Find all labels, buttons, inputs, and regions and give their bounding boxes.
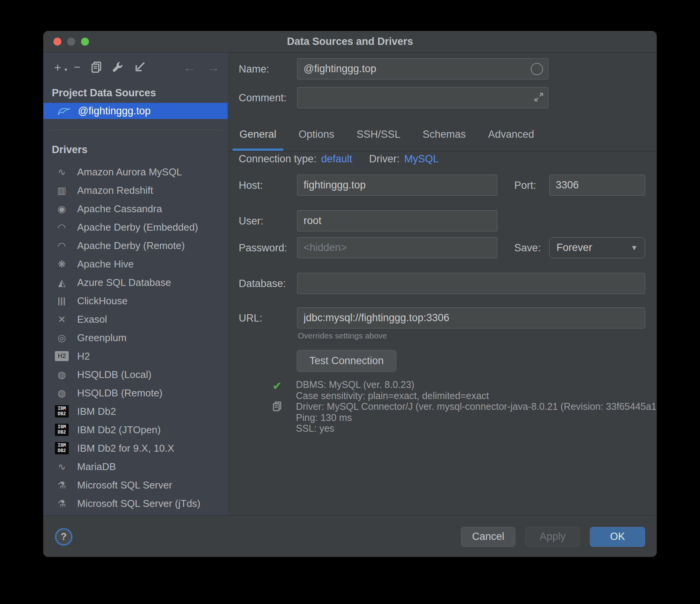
port-input[interactable] — [549, 175, 645, 196]
dropdown-arrow-icon: ▼ — [631, 244, 638, 252]
driver-item[interactable]: ◠Apache Derby (Embedded) — [43, 218, 228, 236]
refresh-spinner-icon — [531, 63, 543, 75]
minimize-window-button[interactable] — [67, 38, 75, 46]
database-input[interactable] — [297, 273, 645, 294]
driver-item[interactable]: IBMDB2IBM Db2 for 9.X, 10.X — [43, 439, 228, 457]
url-input[interactable] — [297, 307, 645, 328]
ibm-db2-badge-icon: IBMDB2 — [55, 424, 69, 436]
duplicate-button[interactable] — [91, 61, 102, 73]
result-line: Case sensitivity: plain=exact, delimited… — [296, 390, 657, 401]
tab-general[interactable]: General — [239, 129, 277, 140]
back-arrow-button[interactable]: ← — [183, 61, 196, 74]
data-source-label: @fightinggg.top — [78, 105, 151, 117]
copy-result-icon[interactable] — [271, 401, 283, 413]
tab-options[interactable]: Options — [298, 129, 335, 140]
user-label: User: — [239, 215, 264, 227]
driver-item[interactable]: ◉Apache Cassandra — [43, 200, 228, 218]
driver-item[interactable]: ▴MongoDB — [43, 513, 228, 515]
mssql-icon: ⚗ — [55, 498, 69, 508]
drivers-list: ∿Amazon Aurora MySQL▥Amazon Redshift◉Apa… — [43, 163, 228, 515]
sidebar: ＋▾ − — [43, 53, 228, 515]
remove-data-source-button[interactable]: − — [74, 61, 81, 73]
chevron-down-icon: ▾ — [64, 64, 67, 75]
result-line: DBMS: MySQL (ver. 8.0.23) — [296, 379, 657, 390]
h2-badge-icon: H2 — [55, 351, 69, 361]
title-bar: Data Sources and Drivers — [43, 31, 657, 53]
cancel-button[interactable]: Cancel — [461, 527, 515, 547]
driver-item[interactable]: ∿MariaDB — [43, 457, 228, 476]
driver-link[interactable]: MySQL — [404, 153, 439, 165]
connection-type-link[interactable]: default — [321, 153, 352, 165]
dialog-footer: ? Cancel Apply OK — [43, 515, 657, 557]
driver-item-label: Azure SQL Database — [77, 277, 171, 289]
driver-item[interactable]: ◍HSQLDB (Local) — [43, 365, 228, 384]
driver-item-label: HSQLDB (Remote) — [77, 387, 163, 399]
driver-item[interactable]: ▥Amazon Redshift — [43, 181, 228, 200]
driver-item[interactable]: H2H2 — [43, 347, 228, 365]
driver-properties-button[interactable] — [112, 61, 124, 73]
driver-item[interactable]: ∿Amazon Aurora MySQL — [43, 163, 228, 181]
driver-item-label: Amazon Aurora MySQL — [77, 166, 182, 178]
save-dropdown[interactable]: Forever ▼ — [549, 237, 645, 258]
connection-type-row: Connection type: default Driver: MySQL — [239, 153, 439, 165]
test-connection-button[interactable]: Test Connection — [297, 350, 396, 372]
ok-button[interactable]: OK — [590, 527, 645, 547]
expand-icon[interactable] — [534, 92, 544, 102]
result-line: Ping: 130 ms — [296, 412, 657, 423]
import-from-sources-button[interactable] — [134, 61, 145, 73]
driver-item[interactable]: ✕Exasol — [43, 310, 228, 328]
host-label: Host: — [239, 180, 263, 191]
driver-item[interactable]: ◍HSQLDB (Remote) — [43, 384, 228, 402]
hive-bee-icon: ❋ — [55, 259, 69, 269]
driver-item-label: IBM Db2 — [77, 406, 116, 418]
hsqldb-icon: ◍ — [55, 370, 69, 380]
success-check-icon: ✔ — [271, 379, 283, 393]
comment-input[interactable] — [297, 87, 548, 108]
driver-item[interactable]: IBMDB2IBM Db2 (JTOpen) — [43, 421, 228, 439]
save-label: Save: — [514, 242, 541, 254]
name-input[interactable] — [297, 58, 548, 79]
driver-item[interactable]: ◭Azure SQL Database — [43, 273, 228, 292]
redshift-icon: ▥ — [55, 185, 69, 195]
drivers-header: Drivers — [52, 144, 228, 156]
apply-button[interactable]: Apply — [525, 527, 580, 547]
host-input[interactable] — [297, 175, 497, 196]
database-label: Database: — [239, 278, 286, 290]
connection-settings-panel: Name: Comment: GeneralOptionsSSH/SSLSche… — [228, 53, 657, 515]
help-button[interactable]: ? — [55, 528, 73, 546]
history-nav: ← → — [183, 61, 220, 74]
password-label: Password: — [239, 242, 287, 254]
close-window-button[interactable] — [53, 38, 61, 46]
mysql-dolphin-outline-icon: ∿ — [55, 167, 69, 177]
driver-item-label: IBM Db2 for 9.X, 10.X — [77, 442, 174, 454]
window-controls — [53, 31, 89, 52]
driver-item[interactable]: ⚗Microsoft SQL Server — [43, 476, 228, 494]
settings-tabs: GeneralOptionsSSH/SSLSchemasAdvanced — [239, 129, 535, 140]
driver-item-label: Exasol — [77, 314, 107, 325]
window-title: Data Sources and Drivers — [43, 36, 657, 48]
driver-item[interactable]: ❋Apache Hive — [43, 255, 228, 273]
save-dropdown-value: Forever — [556, 242, 592, 254]
forward-arrow-button[interactable]: → — [207, 61, 220, 74]
tab-schemas[interactable]: Schemas — [422, 129, 467, 140]
wrench-icon — [112, 61, 124, 73]
add-data-source-button[interactable]: ＋▾ — [52, 61, 63, 73]
driver-item[interactable]: ⚗Microsoft SQL Server (jTds) — [43, 494, 228, 513]
result-line: SSL: yes — [296, 423, 657, 434]
tab-ssh-ssl[interactable]: SSH/SSL — [356, 129, 401, 140]
driver-item-label: Microsoft SQL Server — [77, 479, 172, 491]
driver-item[interactable]: IBMDB2IBM Db2 — [43, 402, 228, 421]
user-input[interactable] — [297, 210, 497, 231]
azure-icon: ◭ — [55, 277, 69, 287]
driver-item[interactable]: ◠Apache Derby (Remote) — [43, 236, 228, 255]
port-label: Port: — [514, 180, 536, 191]
exasol-x-icon: ✕ — [55, 314, 69, 324]
driver-item[interactable]: ◎Greenplum — [43, 328, 228, 347]
import-arrow-icon — [134, 61, 145, 73]
zoom-window-button[interactable] — [81, 38, 89, 46]
data-source-item-selected[interactable]: @fightinggg.top — [43, 103, 228, 119]
driver-item[interactable]: |||ClickHouse — [43, 292, 228, 310]
tab-advanced[interactable]: Advanced — [487, 129, 535, 140]
driver-item-label: Apache Cassandra — [77, 203, 162, 215]
password-input[interactable] — [297, 237, 497, 258]
